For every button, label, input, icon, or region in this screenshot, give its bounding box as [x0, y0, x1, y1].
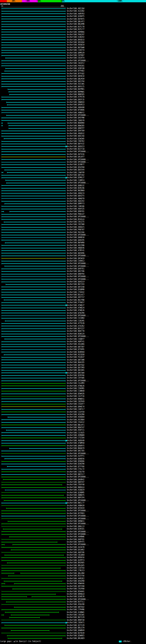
hit-bar[interactable] — [1, 211, 4, 212]
hit-label[interactable]: UniRef100_B0ZNK0 — [67, 190, 84, 192]
hit-row[interactable]: UniRef100_A41670 — [0, 546, 146, 548]
hit-bar[interactable] — [1, 123, 2, 123]
hit-row[interactable]: UniRef100_Q28BM5 — [0, 492, 146, 494]
hit-label[interactable]: UniRef100_B9LNE9 — [67, 637, 84, 640]
hit-label[interactable]: UniRef100_Q97CD0 — [67, 585, 84, 588]
hit-bar[interactable] — [1, 615, 4, 615]
hit-row[interactable]: UniRef100_A9UEG2 — [0, 132, 146, 135]
hit-bar[interactable] — [1, 227, 65, 228]
hit-bar[interactable] — [4, 339, 65, 339]
hit-bar[interactable] — [1, 52, 65, 53]
hit-label[interactable]: UniRef100_Q8LM39 — [67, 78, 84, 80]
hit-bar[interactable] — [1, 295, 65, 295]
hit-row[interactable]: UniRef100_Q76CM4 — [0, 312, 146, 314]
hit-label[interactable]: UniRef100_Q55H19 — [67, 507, 84, 510]
hit-label[interactable]: UniRef100_C1GFE0 — [67, 411, 84, 413]
hit-row[interactable]: UniRef100_Q7YY66 — [0, 465, 146, 468]
hit-row[interactable]: UniRef100_A9W4A6 — [0, 582, 146, 585]
hit-bar[interactable] — [1, 414, 65, 415]
hit-label[interactable]: UniRef100_C0HGY8 — [67, 119, 84, 122]
hit-bar[interactable] — [1, 190, 65, 191]
hit-bar[interactable] — [1, 547, 65, 548]
hit-bar[interactable] — [1, 110, 65, 110]
hit-row[interactable]: UniRef100_A5DTI1 — [0, 429, 146, 431]
hit-row[interactable]: UniRef100_B2W1Z4 — [0, 332, 146, 335]
hit-bar[interactable] — [1, 81, 65, 82]
hit-row[interactable]: UniRef100_B6JYN0 — [0, 299, 146, 301]
hit-row[interactable]: UniRef100_B6ACD5 — [0, 361, 146, 364]
hit-bar[interactable] — [1, 498, 65, 498]
hit-bar[interactable] — [1, 297, 65, 298]
hit-label[interactable]: UniRef100_C4N186 — [67, 205, 84, 208]
hit-row[interactable]: UniRef100_Q9HW11 — [0, 520, 146, 522]
hit-bar[interactable] — [11, 615, 49, 615]
hit-label[interactable]: UniRef100_B0W2B5 — [67, 124, 84, 127]
hit-label[interactable]: UniRef100_C5K9M1 — [67, 387, 84, 390]
hit-label[interactable]: UniRef100_C1BNX0 — [67, 390, 84, 392]
hit-row[interactable]: UniRef100_Q97CD0 — [0, 585, 146, 588]
hit-row[interactable]: UniRef100_Q4H295 — [0, 239, 146, 242]
hit-bar[interactable] — [8, 89, 65, 90]
hit-label[interactable]: UniRef100_Q5GFK0 — [67, 166, 84, 168]
hit-bar[interactable] — [11, 630, 49, 631]
hit-bar[interactable] — [14, 584, 65, 584]
hit-row[interactable]: UniRef100_UPI0000... — [0, 510, 146, 512]
hit-label[interactable]: UniRef100_A4R3E2 — [67, 577, 84, 580]
hit-label[interactable]: UniRef100_C7GL72 — [67, 468, 84, 470]
hit-bar[interactable] — [1, 633, 65, 633]
hit-bar[interactable] — [1, 235, 65, 235]
hit-bar[interactable] — [1, 144, 65, 144]
hit-bar[interactable] — [1, 154, 65, 155]
hit-label[interactable]: UniRef100_Q38Z98 — [67, 462, 84, 465]
hit-bar[interactable] — [1, 383, 65, 384]
hit-row[interactable]: UniRef100_UPI0000... — [0, 598, 146, 600]
hit-bar[interactable] — [1, 107, 65, 108]
hit-row[interactable]: UniRef100_C7P4M6 — [0, 608, 146, 611]
hit-bar[interactable] — [1, 495, 64, 496]
hit-row[interactable]: UniRef100_Q9CW19 — [0, 257, 146, 260]
hit-label[interactable]: UniRef100_A4HBW6 — [67, 536, 84, 538]
hit-label[interactable]: UniRef100_Q65H96 — [67, 252, 84, 254]
hit-row[interactable]: UniRef100_C4Y5W5 — [0, 377, 146, 379]
hit-row[interactable]: UniRef100_A9XYZ5 — [0, 208, 146, 210]
hit-row[interactable]: UniRef100_Q39CD1 — [0, 528, 146, 530]
hit-row[interactable]: UniRef100_Q2W8E5 — [0, 634, 146, 637]
hit-row[interactable]: UniRef100_Q675M3 — [0, 366, 146, 369]
hit-label[interactable]: UniRef100_A0K8T8 — [67, 198, 84, 200]
hit-bar[interactable] — [1, 594, 56, 594]
hit-row[interactable]: UniRef100_C5K9M1 — [0, 387, 146, 390]
hit-bar[interactable] — [8, 417, 65, 418]
hit-bar[interactable] — [5, 242, 65, 243]
hit-bar[interactable] — [1, 352, 65, 352]
hit-label[interactable]: UniRef100_C4JT16 — [67, 395, 84, 398]
hit-bar[interactable] — [9, 617, 40, 618]
hit-row[interactable]: UniRef100_C1BNX0 — [0, 390, 146, 392]
hit-row[interactable]: UniRef100_Q19B77 — [0, 163, 146, 166]
hit-bar[interactable] — [1, 425, 65, 425]
hit-row[interactable]: UniRef100_C5GA12 — [0, 421, 146, 424]
hit-bar[interactable] — [1, 42, 65, 43]
hit-row[interactable]: UniRef100_Q9HQL8 — [0, 593, 146, 595]
hit-bar[interactable] — [1, 326, 65, 326]
hit-bar[interactable] — [1, 484, 62, 485]
hit-row[interactable]: UniRef100_C8Z9X9 — [0, 400, 146, 403]
hit-row[interactable]: UniRef100_B5FZ27 — [0, 327, 146, 330]
hit-row[interactable]: UniRef100_B9SD33 — [0, 38, 146, 41]
hit-label[interactable]: UniRef100_UPI0000... — [67, 158, 89, 161]
hit-label[interactable]: UniRef100_UPI0000... — [67, 275, 89, 278]
hit-row[interactable]: UniRef100_B6Q6Y9 — [0, 447, 146, 450]
hit-label[interactable]: UniRef100_A5DQE0 — [67, 416, 84, 418]
hit-label[interactable]: UniRef100_UPI0000... — [67, 278, 89, 280]
hit-bar[interactable] — [1, 446, 65, 446]
hit-label[interactable]: UniRef100_C487L7 — [67, 408, 84, 410]
hit-row[interactable]: UniRef100_C1C0Z5 — [0, 432, 146, 434]
hit-bar[interactable] — [1, 258, 65, 258]
hit-row[interactable]: UniRef100_A5MQB9 — [0, 434, 146, 436]
hit-label[interactable]: UniRef100_A3C3W1 — [67, 83, 84, 85]
hit-row[interactable]: UniRef100_A9E674 — [0, 192, 146, 195]
hit-label[interactable]: UniRef100_A5ULR8 — [67, 603, 84, 606]
hit-bar[interactable] — [12, 544, 65, 545]
hit-bar[interactable] — [1, 544, 4, 545]
hit-bar[interactable] — [1, 477, 65, 477]
hit-bar[interactable] — [1, 438, 65, 438]
